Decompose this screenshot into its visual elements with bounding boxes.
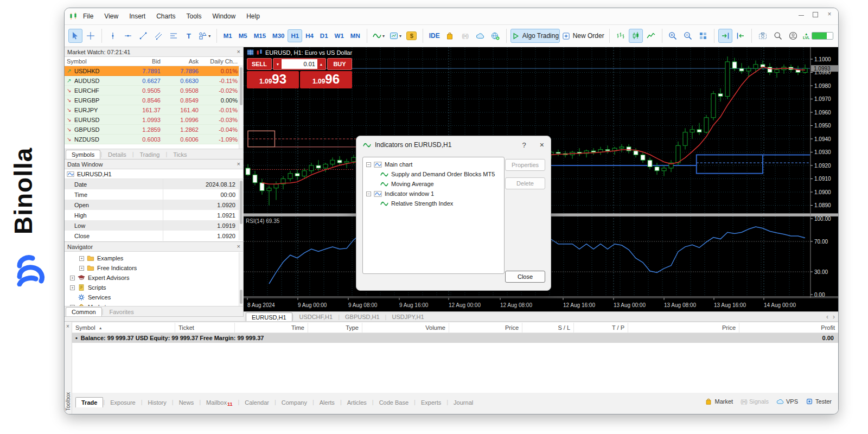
market-watch-row[interactable]: ↗AUDUSD0.66270.6630-0.11%	[65, 76, 243, 86]
chart-template-button[interactable]: ▾	[387, 29, 403, 43]
menu-item-insert[interactable]: Insert	[129, 12, 145, 20]
close-icon[interactable]: ×	[66, 323, 69, 329]
orders-column-profit[interactable]: Profit	[739, 323, 838, 333]
signals-button[interactable]: ((•))	[458, 29, 472, 43]
trendline-button[interactable]	[136, 29, 150, 43]
menu-item-window[interactable]: Window	[213, 12, 236, 20]
indicator-tree-item[interactable]: Moving Average	[364, 179, 503, 189]
close-icon[interactable]: ×	[237, 161, 240, 167]
levels-button[interactable]: ▲LVL	[801, 29, 834, 43]
ide-button[interactable]: IDE	[427, 29, 442, 43]
market-watch-row[interactable]: ↘EURUSD1.09931.0996-0.03%	[65, 115, 243, 125]
timeframe-m30[interactable]: M30	[269, 29, 288, 42]
candles-button[interactable]	[629, 29, 643, 43]
shapes-button[interactable]: ▾	[197, 29, 213, 43]
zoom-in-button[interactable]	[666, 29, 680, 43]
tile-windows-button[interactable]	[696, 29, 710, 43]
menu-item-file[interactable]: File	[83, 12, 93, 20]
chart-tab-usdjpy-h1[interactable]: USDJPY,H1	[386, 313, 429, 321]
orders-column-time[interactable]: Time	[235, 323, 308, 333]
screenshot-button[interactable]	[756, 29, 770, 43]
indicator-tree-item[interactable]: Supply and Demand Order Blocks MT5	[364, 169, 503, 179]
indicator-tree-item[interactable]: −Main chart	[364, 159, 503, 169]
toolbox-tab-trade[interactable]: Trade	[75, 397, 103, 407]
toolbox-tab-experts[interactable]: Experts	[416, 398, 446, 407]
orders-column-price[interactable]: Price	[628, 323, 739, 333]
tab-scroll-left-icon[interactable]: ‹	[826, 313, 828, 321]
market-watch-row[interactable]: ↘EURCHF0.95050.9508-0.02%	[65, 86, 243, 95]
expand-icon[interactable]: +	[79, 256, 84, 261]
collapse-icon[interactable]: −	[366, 162, 371, 167]
sidebar-item-examples[interactable]: +Examples	[65, 253, 243, 263]
orders-column-volume[interactable]: Volume	[362, 323, 449, 333]
tab-common[interactable]: Common	[66, 307, 102, 316]
orders-column-ticket[interactable]: Ticket	[175, 323, 235, 333]
expand-icon[interactable]: +	[70, 285, 75, 290]
orders-column-sl[interactable]: S / L	[522, 323, 574, 333]
toolbox-tab-journal[interactable]: Journal	[448, 398, 478, 407]
indicator-tree-item[interactable]: Relative Strength Index	[364, 199, 503, 208]
indicators-button[interactable]: ▾	[371, 29, 387, 43]
minimize-icon[interactable]	[798, 11, 805, 17]
channel-button[interactable]	[151, 29, 165, 43]
expand-icon[interactable]: +	[79, 266, 84, 271]
close-icon[interactable]: ×	[237, 49, 240, 55]
status-signals[interactable]: ((•))Signals	[741, 398, 769, 405]
vertical-line-button[interactable]	[106, 29, 120, 43]
market-watch-row[interactable]: ↘EURGBP0.85460.85490.00%	[65, 95, 243, 105]
tab-trading[interactable]: Trading	[134, 150, 166, 159]
toolbox-tab-exposure[interactable]: Exposure	[105, 398, 141, 407]
algo-trading-button[interactable]: Algo Trading	[510, 29, 560, 43]
market-bag-button[interactable]	[443, 29, 457, 43]
sidebar-item-services[interactable]: Services	[65, 292, 243, 302]
search-button[interactable]	[771, 29, 785, 43]
buy-button[interactable]: BUY	[327, 58, 352, 70]
tab-scroll-right-icon[interactable]: ›	[833, 313, 835, 321]
menu-item-help[interactable]: Help	[246, 12, 260, 20]
toolbox-tab-articles[interactable]: Articles	[342, 398, 372, 407]
orders-column-symbol[interactable]: Symbol ▲	[72, 323, 175, 333]
profile-button[interactable]	[786, 29, 800, 43]
column-header-3[interactable]: Daily Ch...	[202, 58, 243, 65]
timeframe-m15[interactable]: M15	[251, 29, 269, 42]
cursor-button[interactable]	[68, 29, 82, 43]
market-watch-row[interactable]: ↘NZDUSD0.60030.6006-1.09%	[65, 135, 243, 144]
timeframe-h1[interactable]: H1	[288, 29, 302, 42]
community-button[interactable]	[488, 29, 502, 43]
fibonacci-button[interactable]	[167, 29, 181, 43]
indicator-tree-item[interactable]: −Indicator window 1	[364, 189, 503, 199]
zoom-out-button[interactable]	[681, 29, 695, 43]
market-watch-row[interactable]: ↘EURJPY161.37161.40-0.01%	[65, 105, 243, 115]
crosshair-button[interactable]	[84, 29, 98, 43]
collapse-icon[interactable]: −	[366, 192, 371, 196]
navigator-scrollbar[interactable]	[239, 252, 243, 306]
status-vps[interactable]: VPS	[776, 398, 798, 405]
sell-button[interactable]: SELL	[247, 58, 272, 70]
menu-item-tools[interactable]: Tools	[187, 12, 202, 20]
close-button[interactable]: Close	[505, 271, 545, 283]
new-order-button[interactable]: New Order	[561, 29, 605, 43]
chart-tab-usdchf-h1[interactable]: USDCHF,H1	[293, 313, 338, 321]
market-watch-row[interactable]: ↘GBPUSD1.28591.2862-0.04%	[65, 125, 243, 135]
tab-favorites[interactable]: Favorites	[103, 307, 139, 316]
toolbox-tab-history[interactable]: History	[143, 398, 172, 407]
close-icon[interactable]: ×	[826, 11, 833, 17]
orders-column-price[interactable]: Price	[449, 323, 522, 333]
tab-ticks[interactable]: Ticks	[167, 150, 193, 159]
sell-price[interactable]: 1.09 93	[247, 71, 299, 88]
bars-button[interactable]	[614, 29, 628, 43]
status-market[interactable]: Market	[705, 398, 733, 405]
column-header-1[interactable]: Bid	[126, 58, 164, 65]
timeframe-m1[interactable]: M1	[220, 29, 235, 42]
toolbox-tab-news[interactable]: News	[174, 398, 200, 407]
sidebar-item-scripts[interactable]: +Scripts	[65, 283, 243, 292]
delete-button[interactable]: Delete	[505, 177, 545, 189]
volume-increase-icon[interactable]: ▲	[317, 59, 325, 69]
timeframe-w1[interactable]: W1	[331, 29, 347, 42]
data-window-scrollbar[interactable]	[239, 180, 243, 240]
menu-item-charts[interactable]: Charts	[156, 12, 175, 20]
line-chart-button[interactable]	[644, 29, 658, 43]
market-watch-scrollbar[interactable]	[239, 66, 243, 149]
orders-column-type[interactable]: Type	[308, 323, 362, 333]
toolbox-tab-code-base[interactable]: Code Base	[374, 398, 414, 407]
